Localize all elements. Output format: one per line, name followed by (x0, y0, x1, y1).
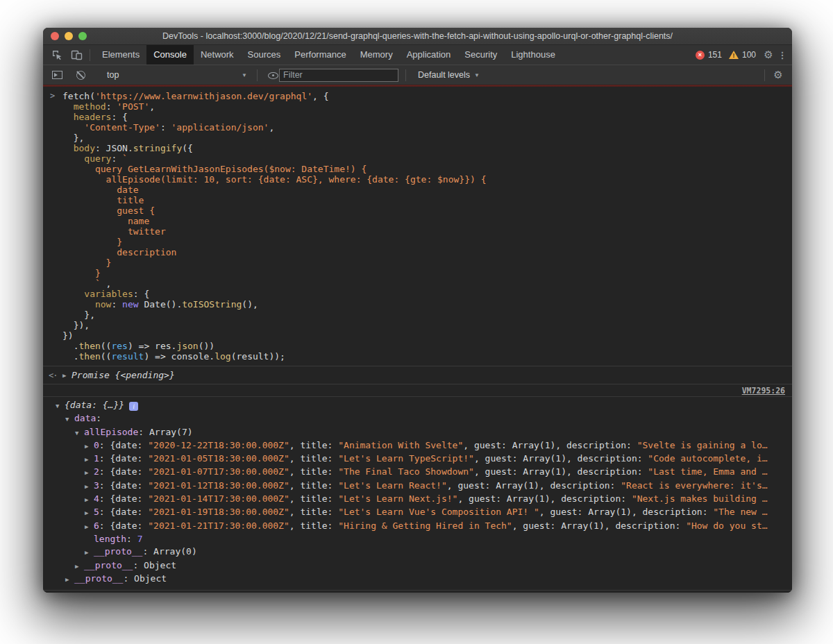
code-token: "Code autocomplete, i… (648, 453, 767, 464)
expand-arrow-icon[interactable]: ▼ (75, 427, 84, 439)
settings-gear-icon[interactable]: ⚙ (760, 46, 777, 63)
code-token: }, (62, 310, 95, 320)
tree-row: ▶5: {date: "2021-01-19T18:30:00.000Z", t… (43, 506, 792, 519)
log-levels-select[interactable]: Default levels ▼ (418, 70, 480, 80)
expand-arrow-icon[interactable]: ▼ (65, 413, 74, 425)
input-prompt-icon: > (50, 91, 55, 101)
code-token: 'application/json' (171, 122, 269, 133)
tab-sources[interactable]: Sources (241, 45, 288, 65)
code-token: "Let's Learn React!" (338, 480, 447, 491)
code-token: , title: (289, 466, 338, 477)
source-link[interactable]: VM7295:26 (742, 386, 785, 396)
minimize-button[interactable] (65, 32, 73, 40)
tree-row: ▶0: {date: "2020-12-22T18:30:00.000Z", t… (43, 439, 792, 452)
close-button[interactable] (51, 32, 59, 40)
tab-elements[interactable]: Elements (95, 45, 146, 65)
code-token: : (111, 153, 122, 164)
code-token: : {date: (99, 520, 148, 531)
expand-arrow-icon[interactable]: ▶ (85, 520, 94, 533)
code-line: description (62, 247, 788, 257)
traffic-lights (51, 28, 87, 44)
tree-row: ▼allEpisode: Array(7) (43, 426, 792, 439)
expand-arrow-icon[interactable]: ▶ (85, 440, 94, 452)
expand-arrow-icon[interactable]: ▶ (85, 546, 94, 559)
log-levels-value: Default levels (418, 70, 470, 80)
code-token: , (101, 278, 112, 289)
code-token: 'Content-Type' (62, 122, 160, 133)
warning-count: 100 (742, 50, 756, 60)
frame-context-select[interactable]: top ▼ (107, 70, 247, 80)
code-token: 6 (94, 520, 99, 531)
code-line: twitter (62, 226, 788, 237)
console-prompt[interactable]: > (43, 590, 792, 593)
code-token: "2021-01-07T17:30:00.000Z" (148, 466, 289, 477)
code-token: length (94, 534, 126, 544)
code-token: (), (242, 299, 258, 310)
code-token: title (62, 195, 144, 205)
code-token: body (62, 143, 95, 153)
code-token: 'POST' (117, 101, 149, 112)
expand-arrow-icon[interactable]: ▶ (85, 466, 94, 479)
code-token: : (111, 299, 122, 310)
live-expression-eye-icon[interactable] (262, 67, 279, 83)
code-line: now: new Date().toISOString(), (62, 299, 788, 310)
tab-network[interactable]: Network (194, 45, 241, 65)
zoom-button[interactable] (78, 32, 87, 40)
code-token: : (96, 413, 101, 423)
code-line: ` , (62, 278, 788, 289)
inspect-element-icon[interactable] (49, 46, 65, 63)
clear-console-icon[interactable] (72, 67, 89, 83)
tab-performance[interactable]: Performance (287, 45, 353, 65)
code-token: toISOString (182, 299, 242, 310)
tab-memory[interactable]: Memory (353, 45, 400, 65)
code-token: new (122, 299, 138, 310)
tab-bar: ElementsConsoleNetworkSourcesPerformance… (43, 45, 792, 65)
divider (405, 69, 406, 81)
tab-lighthouse[interactable]: Lighthouse (504, 45, 562, 65)
code-token: now (62, 299, 111, 310)
tree-row: ▼data: (43, 412, 792, 425)
tab-console[interactable]: Console (146, 45, 194, 65)
device-toolbar-icon[interactable] (68, 46, 85, 63)
code-token: ) => res. (128, 341, 176, 351)
code-token: , { (312, 91, 328, 101)
code-token: 7 (137, 534, 143, 544)
code-token: 2 (94, 466, 99, 477)
code-line: guest { (62, 205, 788, 216)
code-token: : Array(7) (138, 427, 192, 437)
filter-input[interactable] (279, 69, 398, 82)
tree-row: ▶2: {date: "2021-01-07T17:30:00.000Z", t… (43, 466, 792, 479)
tab-security[interactable]: Security (457, 45, 504, 65)
issue-counters[interactable]: × 151 ! 100 (696, 50, 760, 60)
expand-arrow-icon[interactable]: ▶ (65, 573, 74, 586)
console-settings-gear-icon[interactable]: ⚙ (770, 67, 786, 83)
expand-arrow-icon[interactable]: ▶ (85, 453, 94, 466)
code-token: "2021-01-21T17:30:00.000Z" (148, 520, 289, 531)
tab-application[interactable]: Application (400, 45, 458, 65)
code-token: guest { (62, 205, 155, 216)
expand-arrow-icon[interactable]: ▶ (85, 507, 94, 519)
code-token: , guest: Array(1), description: (457, 493, 631, 504)
code-token: res (111, 341, 127, 351)
code-line: 'Content-Type': 'application/json', (62, 122, 788, 133)
code-token: "Animation With Svelte" (338, 440, 463, 450)
tree-row-preview: {data: {…}} (65, 400, 124, 410)
expand-arrow-icon[interactable]: ▶ (75, 560, 84, 573)
expand-arrow-icon[interactable]: ▶ (62, 372, 71, 379)
tree-row-preview: 2: {date: "2021-01-07T17:30:00.000Z", ti… (94, 466, 768, 477)
console-sidebar-toggle-icon[interactable] (49, 67, 65, 83)
expand-arrow-icon[interactable]: ▶ (85, 493, 94, 506)
code-token: date (62, 185, 139, 195)
code-token: : { (111, 112, 127, 122)
code-line: } (62, 237, 788, 247)
tree-row: ▶__proto__: Object (43, 573, 792, 586)
code-token: : {date: (99, 466, 148, 477)
code-token: (( (101, 351, 112, 362)
code-token: Date(). (139, 299, 183, 310)
info-icon[interactable]: i (129, 402, 138, 411)
code-line: body: JSON.stringify({ (62, 143, 788, 153)
more-options-icon[interactable]: ⋮ (777, 46, 788, 63)
expand-arrow-icon[interactable]: ▼ (56, 400, 65, 412)
code-token: query (62, 153, 111, 164)
expand-arrow-icon[interactable]: ▶ (85, 480, 94, 493)
